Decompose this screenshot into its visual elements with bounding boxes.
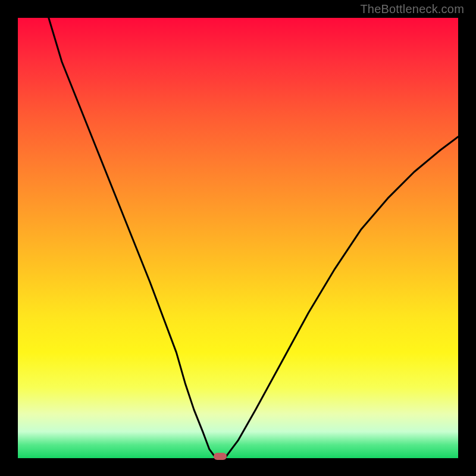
- bottleneck-curve: [18, 18, 458, 458]
- chart-frame: TheBottleneck.com: [0, 0, 476, 476]
- watermark-text: TheBottleneck.com: [360, 2, 464, 16]
- plot-area: [18, 18, 458, 458]
- optimal-marker: [214, 453, 227, 460]
